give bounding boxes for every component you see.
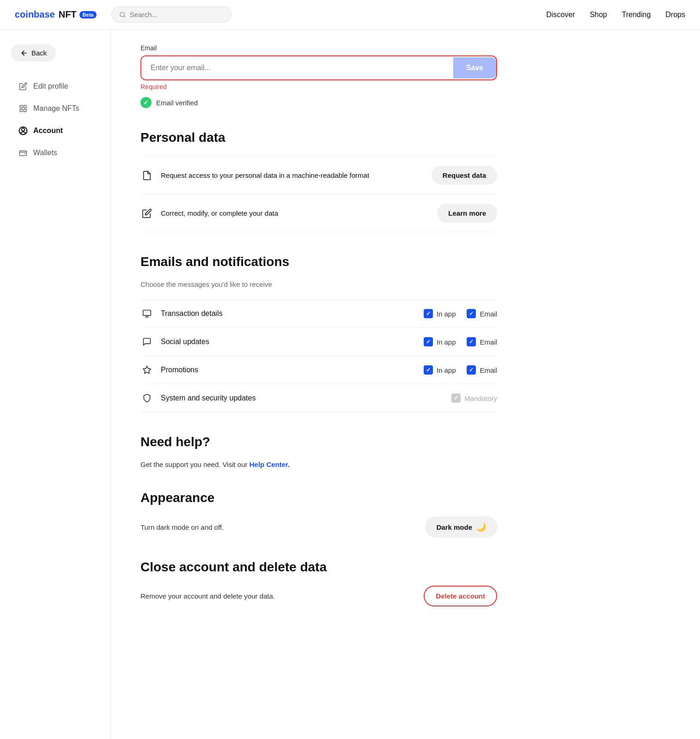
sidebar-item-account[interactable]: Account — [11, 121, 99, 141]
sidebar-item-manage-nfts-label: Manage NFTs — [33, 104, 79, 113]
personal-data-row-0-left: Request access to your personal data in … — [140, 169, 369, 182]
checkbox-checked-icon: ✓ — [424, 309, 433, 318]
main-nav: Discover Shop Trending Drops — [546, 11, 685, 19]
notif-row-1: Social updates ✓ In app ✓ Email — [140, 327, 497, 356]
personal-data-row-0-text: Request access to your personal data in … — [161, 170, 369, 180]
close-account-title: Close account and delete data — [140, 560, 497, 575]
notif-row-1-inapp[interactable]: ✓ In app — [424, 337, 456, 346]
logo-coinbase: coinbase — [15, 9, 55, 20]
personal-data-row-0: Request access to your personal data in … — [140, 156, 497, 194]
learn-more-button[interactable]: Learn more — [437, 204, 497, 223]
checkbox-checked-icon: ✓ — [424, 365, 433, 375]
main-content: Email Save Required ✓ Email verified Per… — [111, 30, 527, 739]
delete-account-button[interactable]: Delete account — [424, 586, 497, 606]
search-icon — [119, 11, 126, 18]
save-button[interactable]: Save — [453, 57, 496, 79]
notif-row-1-email[interactable]: ✓ Email — [467, 337, 497, 346]
sidebar-item-wallets[interactable]: Wallets — [11, 143, 99, 163]
appearance-title: Appearance — [140, 491, 497, 505]
sidebar-item-edit-profile[interactable]: Edit profile — [11, 76, 99, 97]
notif-row-3: System and security updates ✓ Mandatory — [140, 384, 497, 412]
notifications-section: Emails and notifications Choose the mess… — [140, 254, 497, 412]
wallet-icon — [18, 148, 28, 157]
email-label: Email — [140, 44, 497, 52]
nav-shop[interactable]: Shop — [590, 11, 607, 19]
notif-inapp-label-0: In app — [437, 310, 456, 318]
notif-row-2-label: Promotions — [161, 366, 198, 374]
svg-rect-3 — [20, 105, 22, 108]
tag-icon — [140, 363, 153, 376]
personal-data-title: Personal data — [140, 130, 497, 145]
search-bar[interactable] — [111, 6, 231, 23]
mandatory-label: Mandatory — [464, 394, 497, 402]
sidebar: Back Edit profile Manage NFTs — [0, 30, 111, 739]
email-field[interactable] — [141, 56, 453, 79]
social-icon — [140, 335, 153, 348]
notif-row-3-label: System and security updates — [161, 394, 256, 402]
beta-badge: Beta — [79, 11, 97, 18]
notif-row-2-left: Promotions — [140, 363, 424, 376]
notif-row-0-email[interactable]: ✓ Email — [467, 309, 497, 318]
appearance-section: Appearance Turn dark mode on and off. Da… — [140, 491, 497, 538]
notif-row-3-right: ✓ Mandatory — [451, 394, 497, 403]
checkbox-checked-icon: ✓ — [467, 309, 476, 318]
help-text: Get the support you need. Visit our Help… — [140, 460, 497, 468]
notifications-subtitle: Choose the messages you'd like to receiv… — [140, 280, 497, 288]
email-verified-text: Email verified — [156, 99, 198, 107]
svg-rect-9 — [20, 151, 27, 156]
notif-row-0-label: Transaction details — [161, 309, 223, 318]
verified-check-icon: ✓ — [140, 97, 152, 108]
notifications-title: Emails and notifications — [140, 254, 497, 269]
sidebar-item-wallets-label: Wallets — [33, 149, 57, 157]
sidebar-item-edit-profile-label: Edit profile — [33, 82, 68, 91]
sidebar-nav: Edit profile Manage NFTs Account — [11, 76, 99, 163]
checkbox-mandatory-icon: ✓ — [451, 394, 461, 403]
personal-data-row-1-text: Correct, modify, or complete your data — [161, 208, 278, 218]
dark-mode-button[interactable]: Dark mode 🌙 — [425, 516, 497, 538]
personal-data-section: Personal data Request access to your per… — [140, 130, 497, 232]
svg-rect-4 — [24, 105, 26, 108]
email-input-row: Save — [140, 55, 497, 80]
appearance-row: Turn dark mode on and off. Dark mode 🌙 — [140, 516, 497, 538]
close-account-section: Close account and delete data Remove you… — [140, 560, 497, 606]
email-verified-row: ✓ Email verified — [140, 97, 497, 108]
notif-inapp-label-2: In app — [437, 366, 456, 374]
svg-rect-5 — [24, 109, 26, 112]
checkbox-checked-icon: ✓ — [467, 337, 476, 346]
notif-row-2-email[interactable]: ✓ Email — [467, 365, 497, 375]
notif-row-0-inapp[interactable]: ✓ In app — [424, 309, 456, 318]
help-center-link[interactable]: Help Center. — [250, 460, 290, 468]
notif-row-2-right: ✓ In app ✓ Email — [424, 365, 497, 375]
notif-row-0-left: Transaction details — [140, 307, 424, 320]
grid-icon — [18, 104, 28, 113]
sidebar-item-manage-nfts[interactable]: Manage NFTs — [11, 98, 99, 119]
close-account-row: Remove your account and delete your data… — [140, 586, 497, 606]
email-section: Email Save Required ✓ Email verified — [140, 44, 497, 108]
notif-row-3-left: System and security updates — [140, 392, 451, 405]
required-text: Required — [140, 83, 497, 91]
notif-row-0-right: ✓ In app ✓ Email — [424, 309, 497, 318]
nav-trending[interactable]: Trending — [622, 11, 651, 19]
edit-icon — [140, 207, 153, 220]
checkbox-checked-icon: ✓ — [424, 337, 433, 346]
search-input[interactable] — [130, 11, 224, 18]
document-icon — [140, 169, 153, 182]
request-data-button[interactable]: Request data — [432, 166, 497, 185]
notif-email-label-1: Email — [480, 338, 497, 346]
notif-email-label-0: Email — [480, 310, 497, 318]
notif-row-1-left: Social updates — [140, 335, 424, 348]
svg-rect-10 — [143, 310, 151, 316]
notif-inapp-label-1: In app — [437, 338, 456, 346]
nav-drops[interactable]: Drops — [665, 11, 685, 19]
arrow-left-icon — [20, 49, 28, 57]
nav-discover[interactable]: Discover — [546, 11, 575, 19]
notif-row-2-inapp[interactable]: ✓ In app — [424, 365, 456, 375]
svg-rect-6 — [20, 109, 22, 112]
page-layout: Back Edit profile Manage NFTs — [0, 30, 700, 739]
svg-point-8 — [22, 128, 25, 131]
logo-nft: NFT — [59, 9, 77, 20]
back-button[interactable]: Back — [11, 44, 56, 61]
personal-data-row-1: Correct, modify, or complete your data L… — [140, 194, 497, 232]
checkbox-checked-icon: ✓ — [467, 365, 476, 375]
sidebar-item-account-label: Account — [33, 127, 63, 135]
